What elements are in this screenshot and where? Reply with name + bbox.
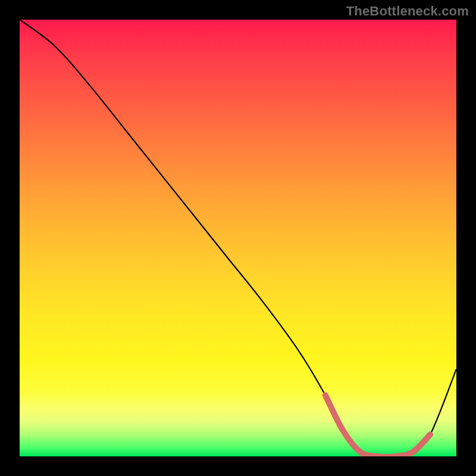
curve-layer — [20, 20, 456, 456]
bottleneck-curve — [20, 20, 456, 456]
watermark-text: TheBottleneck.com — [346, 4, 469, 19]
plot-area — [20, 20, 456, 456]
optimal-range-highlight — [325, 395, 430, 456]
chart-frame: TheBottleneck.com — [0, 0, 476, 476]
